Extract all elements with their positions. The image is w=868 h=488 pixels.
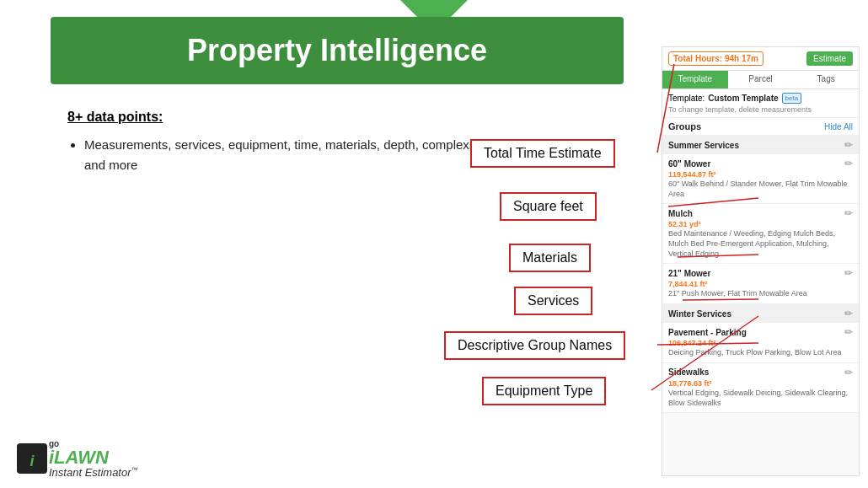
- winter-services-edit-icon[interactable]: ✏: [844, 308, 853, 319]
- service-name-row: 21" Mower ✏: [668, 267, 853, 279]
- service-item-60-mower: 60" Mower ✏ 119,544.87 ft² 60" Walk Behi…: [662, 154, 859, 204]
- service-desc: 60" Walk Behind / Stander Mower, Flat Tr…: [668, 180, 853, 199]
- service-measurement: 52.31 yd²: [668, 220, 853, 228]
- service-desc: Vertical Edging, Sidewalk Deicing, Sidew…: [668, 389, 853, 408]
- bullet-item: Measurements, services, equipment, time,…: [84, 135, 506, 175]
- winter-services-header: Winter Services ✏: [662, 304, 859, 323]
- service-measurement: 7,844.41 ft²: [668, 280, 853, 288]
- template-hint: To change template, delete measurements: [668, 105, 853, 114]
- template-name: Custom Template: [708, 94, 778, 103]
- measurement-value: 7,844.41 ft²: [668, 280, 708, 288]
- service-measurement: 119,544.87 ft²: [668, 170, 853, 179]
- template-prefix: Template:: [668, 94, 705, 103]
- summer-services-edit-icon[interactable]: ✏: [844, 139, 853, 151]
- panel-top-bar: Total Hours: 94h 17m Estimate: [662, 47, 859, 71]
- service-desc: Bed Maintenance / Weeding, Edging Mulch …: [668, 229, 853, 259]
- service-name: 60" Mower: [668, 159, 710, 169]
- service-item-sidewalks: Sidewalks ✏ 18,776.63 ft² Vertical Edgin…: [662, 363, 859, 413]
- service-name-row: Sidewalks ✏: [668, 367, 853, 378]
- service-name-row: Mulch ✏: [668, 207, 853, 219]
- groups-header: Groups Hide All: [662, 118, 859, 136]
- hide-all-link[interactable]: Hide All: [824, 122, 853, 131]
- measurement-value: 106,847.24 ft²: [668, 339, 716, 347]
- logo-text: go iLAWN Instant Estimator™: [49, 440, 138, 478]
- service-name: Pavement - Parking: [668, 328, 747, 337]
- logo-estimator: Instant Estimator™: [49, 467, 138, 478]
- annotation-materials: Materials: [509, 244, 591, 272]
- panel-tabs: Template Parcel Tags: [662, 71, 859, 89]
- service-desc: 21" Push Mower, Flat Trim Mowable Area: [668, 289, 853, 299]
- left-content-area: 8+ data points: Measurements, services, …: [67, 110, 506, 175]
- winter-services-label: Winter Services: [668, 309, 731, 319]
- header-banner: Property Intelligence: [51, 17, 624, 84]
- group-summer-services: Summer Services ✏ 60" Mower ✏ 119,544.87…: [662, 136, 859, 304]
- annotation-sqft: Square feet: [500, 192, 597, 221]
- measurement-value: 119,544.87 ft²: [668, 170, 716, 179]
- annotation-equipment: Equipment Type: [482, 377, 606, 405]
- service-name: Mulch: [668, 209, 693, 218]
- groups-label: Groups: [668, 121, 701, 131]
- service-edit-icon[interactable]: ✏: [844, 367, 853, 378]
- page-title: Property Intelligence: [187, 33, 487, 68]
- measurement-value: 18,776.63 ft²: [668, 379, 712, 388]
- tab-template[interactable]: Template: [662, 71, 728, 88]
- service-desc: Deicing Parking, Truck Plow Parking, Blo…: [668, 348, 853, 358]
- service-name: Sidewalks: [668, 367, 709, 377]
- service-name-row: 60" Mower ✏: [668, 158, 853, 169]
- template-label: Template: Custom Template beta: [668, 93, 853, 104]
- annotation-group-names: Descriptive Group Names: [444, 331, 625, 360]
- tab-parcel[interactable]: Parcel: [728, 71, 794, 88]
- bullet-list: Measurements, services, equipment, time,…: [67, 135, 506, 175]
- annotation-services: Services: [514, 287, 592, 315]
- service-item-21-mower: 21" Mower ✏ 7,844.41 ft² 21" Push Mower,…: [662, 264, 859, 304]
- right-panel: Total Hours: 94h 17m Estimate Template P…: [662, 46, 860, 476]
- summer-services-label: Summer Services: [668, 141, 739, 150]
- service-edit-icon[interactable]: ✏: [844, 326, 853, 338]
- summer-services-header: Summer Services ✏: [662, 136, 859, 154]
- total-hours-badge: Total Hours: 94h 17m: [668, 51, 764, 66]
- estimate-button[interactable]: Estimate: [806, 51, 853, 66]
- service-name: 21" Mower: [668, 269, 710, 278]
- service-measurement: 106,847.24 ft²: [668, 339, 853, 347]
- data-points-heading: 8+ data points:: [67, 110, 506, 125]
- service-name-row: Pavement - Parking ✏: [668, 326, 853, 338]
- service-edit-icon[interactable]: ✏: [844, 207, 853, 219]
- service-edit-icon[interactable]: ✏: [844, 267, 853, 279]
- logo-area: i go iLAWN Instant Estimator™: [17, 440, 138, 478]
- ilawn-logo-icon: i: [17, 443, 47, 474]
- template-row: Template: Custom Template beta To change…: [662, 89, 859, 118]
- measurement-value: 52.31 yd²: [668, 220, 701, 228]
- service-item-mulch: Mulch ✏ 52.31 yd² Bed Maintenance / Weed…: [662, 204, 859, 264]
- tab-tags[interactable]: Tags: [793, 71, 859, 88]
- annotation-total-time: Total Time Estimate: [470, 139, 615, 168]
- service-item-pavement: Pavement - Parking ✏ 106,847.24 ft² Deic…: [662, 323, 859, 363]
- service-measurement: 18,776.63 ft²: [668, 379, 853, 388]
- beta-badge: beta: [782, 93, 802, 104]
- service-edit-icon[interactable]: ✏: [844, 158, 853, 169]
- logo-brand: iLAWN: [49, 448, 138, 467]
- group-winter-services: Winter Services ✏ Pavement - Parking ✏ 1…: [662, 304, 859, 413]
